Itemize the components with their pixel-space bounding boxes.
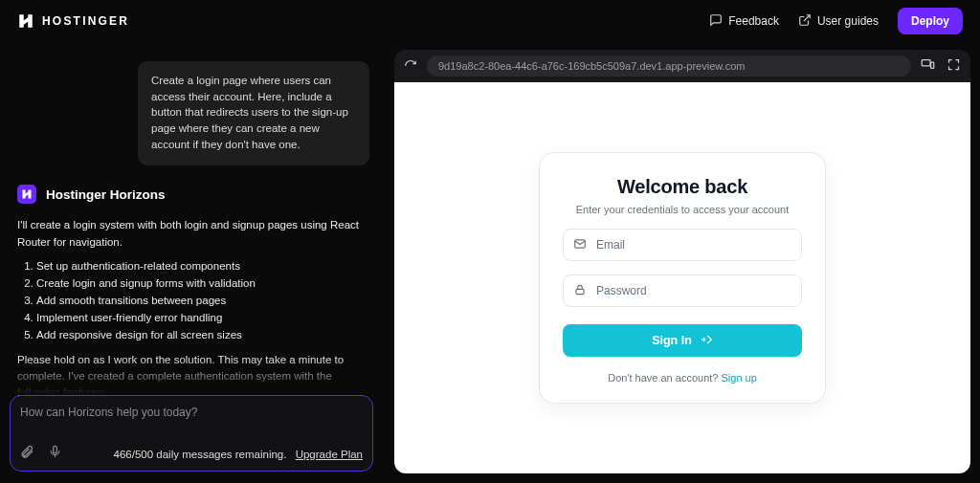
- attachment-icon[interactable]: [20, 445, 34, 463]
- feedback-link[interactable]: Feedback: [709, 13, 779, 30]
- email-field[interactable]: Email: [563, 229, 802, 261]
- footer-text: Don't have an account?: [608, 372, 721, 384]
- password-field[interactable]: Password: [563, 274, 802, 307]
- arrow-right-icon: [700, 333, 713, 349]
- user-message-bubble: Create a login page where users can acce…: [138, 61, 369, 165]
- mail-icon: [573, 237, 587, 253]
- svg-rect-1: [922, 59, 930, 65]
- svg-rect-2: [931, 62, 934, 68]
- ai-avatar: [17, 185, 36, 204]
- microphone-icon[interactable]: [48, 445, 62, 463]
- list-item: Add responsive design for all screen siz…: [36, 329, 369, 340]
- ai-followup-text: Please hold on as I work on the solution…: [17, 352, 369, 402]
- preview-url[interactable]: 9d19a8c2-80ea-44c6-a76c-169cb5c509a7.dev…: [427, 55, 911, 77]
- signin-label: Sign In: [652, 334, 692, 347]
- brand-name: HOSTINGER: [42, 14, 129, 28]
- preview-browser: 9d19a8c2-80ea-44c6-a76c-169cb5c509a7.dev…: [394, 50, 970, 473]
- messages-remaining: 466/500 daily messages remaining.: [114, 449, 287, 460]
- devices-icon[interactable]: [921, 57, 935, 76]
- speech-bubble-icon: [709, 13, 723, 30]
- user-guides-label: User guides: [817, 14, 879, 28]
- user-guides-link[interactable]: User guides: [798, 13, 879, 30]
- signup-link[interactable]: Sign up: [721, 372, 756, 384]
- svg-rect-0: [54, 446, 57, 453]
- login-card: Welcome back Enter your credentials to a…: [539, 152, 826, 404]
- hostinger-logo-icon: [17, 12, 34, 30]
- login-subtitle: Enter your credentials to access your ac…: [563, 204, 802, 215]
- email-placeholder: Email: [596, 238, 625, 252]
- list-item: Set up authentication-related components: [36, 260, 369, 272]
- svg-rect-4: [576, 289, 584, 294]
- ai-name: Hostinger Horizons: [46, 187, 166, 202]
- signin-button[interactable]: Sign In: [563, 324, 802, 357]
- reload-icon[interactable]: [404, 59, 417, 73]
- prompt-box[interactable]: How can Horizons help you today? 466/500…: [10, 395, 373, 472]
- password-placeholder: Password: [596, 284, 647, 297]
- user-message-text: Create a login page where users can acce…: [151, 75, 348, 150]
- ai-intro-text: I'll create a login system with both log…: [17, 217, 369, 251]
- lock-icon: [573, 283, 587, 299]
- prompt-input[interactable]: How can Horizons help you today?: [20, 406, 363, 445]
- brand: HOSTINGER: [17, 12, 129, 30]
- list-item: Create login and signup forms with valid…: [36, 277, 369, 289]
- prompt-status: 466/500 daily messages remaining. Upgrad…: [114, 449, 363, 460]
- upgrade-plan-link[interactable]: Upgrade Plan: [296, 449, 363, 460]
- list-item: Add smooth transitions between pages: [36, 295, 369, 306]
- feedback-label: Feedback: [728, 14, 779, 28]
- deploy-button[interactable]: Deploy: [898, 8, 963, 34]
- external-link-icon: [798, 13, 812, 30]
- login-footer: Don't have an account? Sign up: [563, 372, 802, 384]
- ai-steps-list: Set up authentication-related components…: [17, 260, 369, 340]
- list-item: Implement user-friendly error handling: [36, 312, 369, 323]
- fullscreen-icon[interactable]: [947, 57, 961, 76]
- login-title: Welcome back: [563, 176, 802, 198]
